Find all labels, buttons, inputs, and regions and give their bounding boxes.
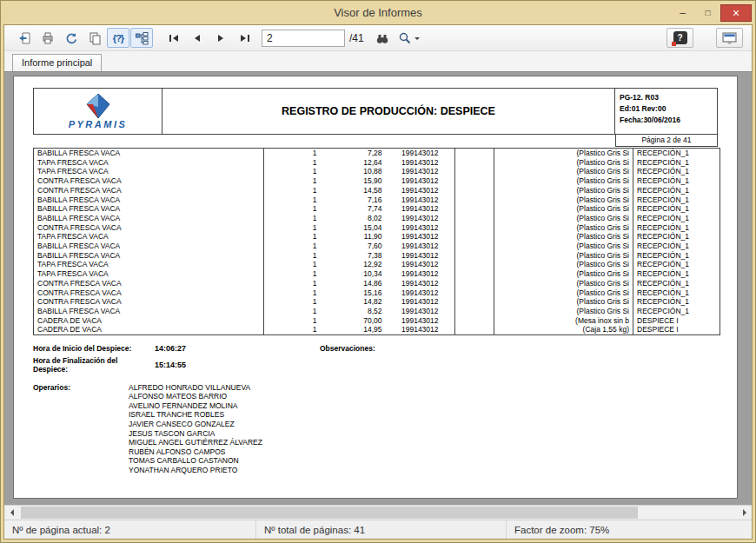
tab-informe-principal[interactable]: Informe principal: [12, 54, 102, 71]
page-number-input[interactable]: [262, 30, 345, 47]
report-page: PYRAMIS REGISTRO DE PRODUCCIÓN: DESPIECE…: [13, 76, 738, 499]
scrollbar-thumb[interactable]: [21, 507, 638, 519]
cell-lot: 199143012: [386, 158, 455, 168]
table-row: CONTRA FRESCA VACA 1 15,04 199143012 (Pl…: [34, 223, 720, 233]
end-time-value: 15:14:55: [155, 361, 186, 369]
cell-lot: 199143012: [386, 149, 455, 158]
cell-packaging: (Plastico Gris Si: [494, 214, 633, 223]
toggle-parameter-panel-button[interactable]: {?}: [107, 28, 129, 48]
app-window: Visor de Informes – □ × {?}: [0, 0, 756, 543]
cell-packaging: (Mesa inox sin b: [494, 316, 633, 326]
cell-weight: 70,00: [321, 316, 386, 326]
cell-weight: 8,52: [321, 307, 386, 316]
copy-icon: [88, 31, 102, 45]
refresh-button[interactable]: [60, 28, 83, 48]
cell-product: CONTRA FRESCA VACA: [34, 288, 264, 298]
cell-product: BABILLA FRESCA VACA: [34, 251, 264, 261]
table-row: CONTRA FRESCA VACA 1 14,86 199143012 (Pl…: [34, 279, 720, 288]
magnifier-icon: [398, 31, 411, 44]
cell-status: RECEPCIÓN_1: [633, 158, 720, 168]
window-title: Visor de Informes: [3, 6, 753, 19]
operator-name: JESUS TASCON GARCIA: [129, 429, 262, 439]
question-mark-icon: ?: [673, 31, 687, 44]
cell-weight: 14,58: [321, 186, 386, 195]
table-row: TAPA FRESCA VACA 1 10,88 199143012 (Plas…: [34, 167, 720, 176]
start-time-label: Hora de Inicio del Despiece:: [33, 344, 155, 354]
times-block: Hora de Inicio del Despiece: 14:06:27 Ho…: [33, 344, 320, 377]
scroll-right-button[interactable]: [737, 506, 752, 520]
previous-page-button[interactable]: [186, 28, 209, 48]
operator-name: ISRAEL TRANCHE ROBLES: [129, 410, 262, 420]
first-page-button[interactable]: [162, 28, 185, 48]
cell-packaging: (Caja 1,55 kg): [494, 325, 633, 334]
cell-weight: 14,86: [321, 279, 386, 288]
cell-weight: 7,28: [321, 149, 386, 158]
cell-quantity: 1: [264, 204, 321, 214]
cell-empty: [455, 251, 494, 261]
close-button[interactable]: ×: [720, 4, 752, 22]
scroll-left-button[interactable]: [4, 506, 19, 520]
cell-quantity: 1: [264, 214, 321, 223]
report-window-button[interactable]: [716, 28, 743, 48]
operator-name: ALFREDO HONRADO VILLANUEVA: [129, 383, 262, 393]
cell-lot: 199143012: [386, 232, 455, 242]
cell-status: RECEPCIÓN_1: [633, 232, 720, 242]
cell-lot: 199143012: [386, 288, 455, 298]
zoom-button[interactable]: [395, 28, 423, 48]
parameter-panel-icon: {?}: [113, 33, 123, 43]
help-button[interactable]: ?: [666, 28, 693, 48]
print-button[interactable]: [36, 28, 59, 48]
cell-status: RECEPCIÓN_1: [633, 269, 720, 279]
cell-product: CADERA DE VACA: [34, 325, 264, 334]
cell-quantity: 1: [264, 325, 321, 334]
page-label: Página 2 de 41: [615, 135, 718, 147]
cell-status: RECEPCIÓN_1: [633, 297, 720, 307]
operator-name: AVELINO FERNANDEZ MOLINA: [129, 401, 262, 411]
cell-status: DESPIECE I: [633, 316, 720, 326]
cell-quantity: 1: [264, 297, 321, 307]
doc-edition: Ed:01 Rev:00: [620, 103, 713, 115]
cell-packaging: (Plastico Gris Si: [494, 195, 633, 205]
table-row: BABILLA FRESCA VACA 1 7,16 199143012 (Pl…: [34, 195, 720, 205]
cell-packaging: (Plastico Gris Si: [494, 251, 633, 261]
table-row: TAPA FRESCA VACA 1 12,92 199143012 (Plas…: [34, 260, 720, 269]
cell-status: DESPIECE I: [633, 325, 720, 334]
cell-quantity: 1: [264, 288, 321, 298]
cell-product: BABILLA FRESCA VACA: [34, 195, 264, 205]
cell-lot: 199143012: [386, 186, 455, 195]
minimize-button[interactable]: –: [670, 4, 695, 22]
cell-status: RECEPCIÓN_1: [633, 204, 720, 214]
next-page-button[interactable]: [209, 28, 232, 48]
table-row: TAPA FRESCA VACA 1 10,34 199143012 (Plas…: [34, 269, 720, 279]
copy-button[interactable]: [83, 28, 106, 48]
operator-name: YONATHAN ARQUERO PRIETO: [129, 466, 262, 475]
cell-weight: 15,04: [321, 223, 386, 233]
cell-packaging: (Plastico Gris Si: [494, 232, 633, 242]
scrollbar-track[interactable]: [19, 506, 737, 520]
cell-weight: 11,90: [321, 232, 386, 242]
table-row: BABILLA FRESCA VACA 1 7,28 199143012 (Pl…: [34, 149, 720, 158]
cell-weight: 15,16: [321, 288, 386, 298]
minimize-icon: –: [680, 7, 686, 19]
cell-lot: 199143012: [386, 204, 455, 214]
cell-packaging: (Plastico Gris Si: [494, 260, 633, 269]
horizontal-scrollbar[interactable]: [4, 505, 752, 520]
cell-quantity: 1: [264, 307, 321, 316]
cell-weight: 7,60: [321, 242, 386, 251]
cell-packaging: (Plastico Gris Si: [494, 279, 633, 288]
toggle-group-tree-button[interactable]: [130, 28, 153, 48]
search-text-button[interactable]: [371, 28, 394, 48]
cell-lot: 199143012: [386, 176, 455, 186]
scroll-right-icon: [743, 509, 746, 516]
maximize-button[interactable]: □: [695, 4, 720, 22]
cell-weight: 8,02: [321, 214, 386, 223]
cell-weight: 12,64: [321, 158, 386, 168]
status-bar: Nº de página actual: 2 Nº total de págin…: [4, 520, 752, 539]
cell-status: RECEPCIÓN_1: [633, 186, 720, 195]
export-button[interactable]: [13, 28, 36, 48]
last-page-button[interactable]: [233, 28, 255, 48]
production-table: BABILLA FRESCA VACA 1 7,28 199143012 (Pl…: [33, 148, 720, 335]
cell-status: RECEPCIÓN_1: [633, 288, 720, 298]
cell-quantity: 1: [264, 260, 321, 269]
cell-weight: 7,74: [321, 204, 386, 214]
